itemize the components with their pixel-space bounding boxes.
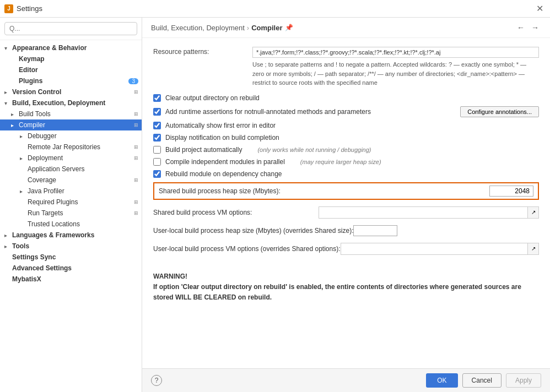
- sidebar-item-label: Run Targets: [28, 209, 132, 217]
- heap-size-input[interactable]: [489, 186, 533, 197]
- sidebar-tree: ▾Appearance & BehaviorKeymapEditorPlugin…: [0, 40, 142, 392]
- sidebar-item-tools[interactable]: ▸Tools: [0, 241, 142, 252]
- sidebar-item-keymap[interactable]: Keymap: [0, 53, 142, 64]
- expand-icon: ▸: [11, 122, 17, 128]
- sidebar-item-editor[interactable]: Editor: [0, 64, 142, 75]
- checkbox-rebuild[interactable]: [153, 170, 161, 178]
- expand-icon: ▸: [4, 89, 10, 95]
- apply-button[interactable]: Apply: [506, 373, 541, 388]
- sidebar-item-languages[interactable]: ▸Languages & Frameworks: [0, 230, 142, 241]
- back-arrow[interactable]: ←: [515, 22, 527, 33]
- heap-size-row: Shared build process heap size (Mbytes):: [153, 182, 539, 200]
- warning-body: If option 'Clear output directory on reb…: [153, 282, 539, 303]
- help-button[interactable]: ?: [151, 375, 162, 386]
- breadcrumb-bar: Build, Execution, Deployment › Compiler …: [142, 18, 550, 38]
- sidebar-item-trustedlocations[interactable]: Trusted Locations: [0, 219, 142, 230]
- user-vm-options-label: User-local build process VM options (ove…: [153, 245, 341, 253]
- breadcrumb-pin: 📌: [285, 24, 293, 31]
- checkbox-row-autobuild: Build project automatically(only works w…: [153, 146, 539, 154]
- sidebar-item-versioncontrol[interactable]: ▸Version Control⊞: [0, 86, 142, 97]
- cancel-button[interactable]: Cancel: [462, 373, 502, 388]
- bottom-buttons: OK Cancel Apply: [426, 373, 541, 388]
- sidebar-item-label: Remote Jar Repositories: [28, 143, 132, 151]
- sidebar-item-label: Trusted Locations: [28, 220, 138, 228]
- vm-options-input[interactable]: [319, 206, 528, 219]
- expand-icon: ▸: [11, 111, 17, 117]
- sidebar-item-label: Debugger: [28, 132, 138, 140]
- sidebar-item-deployment[interactable]: ▸Deployment⊞: [0, 153, 142, 164]
- checkbox-label-showerror: Automatically show first error in editor: [165, 122, 276, 129]
- breadcrumb-current: Compiler: [251, 24, 282, 32]
- checkbox-notification[interactable]: [153, 134, 161, 141]
- user-vm-options-input[interactable]: [341, 243, 529, 255]
- expand-icon: ▸: [4, 243, 10, 249]
- external-mark: ⊞: [134, 111, 138, 117]
- side-note-autobuild: (only works while not running / debuggin…: [257, 146, 371, 153]
- sidebar-item-label: Application Servers: [28, 165, 138, 173]
- configure-button-assertions[interactable]: Configure annotations...: [460, 106, 539, 117]
- content-area: Build, Execution, Deployment › Compiler …: [142, 18, 550, 392]
- sidebar-item-debugger[interactable]: ▸Debugger: [0, 130, 142, 141]
- sidebar-item-remotejar[interactable]: Remote Jar Repositories⊞: [0, 141, 142, 153]
- sidebar-item-compiler[interactable]: ▸Compiler⊞: [0, 119, 142, 130]
- checkboxes-container: Clear output directory on rebuildAdd run…: [153, 94, 539, 178]
- sidebar-item-mybatisx[interactable]: MybatisX: [0, 274, 142, 285]
- external-mark: ⊞: [134, 122, 138, 128]
- checkbox-clearoutput[interactable]: [153, 94, 161, 102]
- sidebar-item-requiredplugins[interactable]: Required Plugins⊞: [0, 197, 142, 208]
- user-heap-size-row: User-local build process heap size (Mbyt…: [153, 225, 539, 236]
- checkbox-row-showerror: Automatically show first error in editor: [153, 122, 539, 129]
- user-heap-size-input[interactable]: [353, 225, 397, 236]
- checkbox-autobuild[interactable]: [153, 146, 161, 154]
- sidebar-item-label: Tools: [12, 242, 138, 250]
- checkbox-showerror[interactable]: [153, 122, 161, 129]
- checkbox-parallel[interactable]: [153, 158, 161, 166]
- heap-size-label: Shared build process heap size (Mbytes):: [159, 187, 489, 195]
- sidebar-item-label: Java Profiler: [28, 187, 138, 195]
- sidebar-item-advancedsettings[interactable]: Advanced Settings: [0, 263, 142, 274]
- breadcrumb-path: Build, Execution, Deployment: [151, 24, 245, 32]
- sidebar-item-appservers[interactable]: Application Servers: [0, 164, 142, 175]
- checkbox-row-notification: Display notification on build completion: [153, 134, 539, 141]
- user-vm-options-expand-button[interactable]: ↗: [528, 243, 539, 255]
- expand-icon: ▸: [20, 133, 25, 139]
- expand-icon: ▸: [20, 188, 25, 194]
- sidebar-item-label: Version Control: [12, 88, 132, 96]
- resource-patterns-row: Resource patterns: Use ; to separate pat…: [153, 47, 539, 88]
- sidebar-item-label: Required Plugins: [28, 198, 132, 206]
- sidebar-item-appearance[interactable]: ▾Appearance & Behavior: [0, 42, 142, 53]
- ok-button[interactable]: OK: [426, 373, 457, 388]
- user-vm-options-row: User-local build process VM options (ove…: [153, 243, 539, 255]
- vm-options-expand-button[interactable]: ↗: [528, 206, 539, 219]
- checkbox-assertions[interactable]: [153, 108, 161, 116]
- sidebar-item-plugins[interactable]: Plugins3: [0, 75, 142, 86]
- checkbox-label-autobuild: Build project automatically: [165, 146, 242, 154]
- window-title: Settings: [17, 4, 42, 13]
- vm-options-label: Shared build process VM options:: [153, 209, 319, 216]
- resource-patterns-control: Use ; to separate patterns and ! to nega…: [252, 47, 539, 88]
- sidebar-item-coverage[interactable]: Coverage⊞: [0, 175, 142, 186]
- sidebar-item-buildtools[interactable]: ▸Build Tools⊞: [0, 108, 142, 119]
- sidebar-item-label: Editor: [19, 66, 138, 74]
- vm-options-row: Shared build process VM options: ↗: [153, 206, 539, 219]
- resource-patterns-label: Resource patterns:: [153, 47, 252, 56]
- title-bar-left: J Settings: [4, 4, 42, 13]
- app-icon: J: [4, 4, 13, 13]
- search-input[interactable]: [4, 22, 137, 35]
- user-heap-size-label: User-local build process heap size (Mbyt…: [153, 227, 353, 235]
- external-mark: ⊞: [134, 199, 138, 205]
- sidebar-item-build[interactable]: ▾Build, Execution, Deployment: [0, 97, 142, 108]
- collapse-icon: ▾: [4, 45, 10, 51]
- sidebar-item-javaprofiler[interactable]: ▸Java Profiler: [0, 186, 142, 197]
- sidebar-item-label: Deployment: [28, 154, 132, 162]
- warning-title: WARNING!: [153, 271, 539, 282]
- sidebar-item-runtargets[interactable]: Run Targets⊞: [0, 208, 142, 219]
- checkbox-label-rebuild: Rebuild module on dependency change: [165, 170, 282, 178]
- sidebar-item-label: Compiler: [19, 121, 132, 129]
- sidebar-item-label: Advanced Settings: [12, 264, 138, 272]
- resource-patterns-input[interactable]: [252, 47, 539, 58]
- forward-arrow[interactable]: →: [529, 22, 541, 33]
- sidebar-item-settingssync[interactable]: Settings Sync: [0, 252, 142, 263]
- external-mark: ⊞: [134, 89, 138, 95]
- close-button[interactable]: ✕: [534, 2, 546, 15]
